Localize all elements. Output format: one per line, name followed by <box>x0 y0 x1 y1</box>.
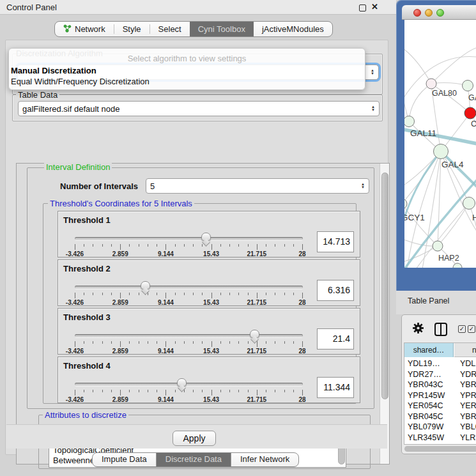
threshold-value-field[interactable]: 14.713 <box>317 231 354 252</box>
cell-name[interactable]: YIL0 <box>454 443 476 445</box>
node-hap2[interactable] <box>433 241 443 251</box>
slider-ticks <box>75 293 303 298</box>
tab-select[interactable]: Select <box>150 22 190 36</box>
mac-zoom-icon[interactable] <box>436 9 444 17</box>
gear-icon[interactable] <box>412 322 424 337</box>
num-intervals-label: Number of Intervals <box>60 181 138 191</box>
table-row[interactable]: YIL052CYIL0 <box>404 441 476 445</box>
cell-shared-name[interactable]: YBR043C <box>404 380 454 389</box>
cell-shared-name[interactable]: YER054C <box>404 401 454 410</box>
dropdown-option-manual[interactable]: Manual Discretization <box>11 66 96 75</box>
mac-minimize-icon[interactable] <box>425 9 433 17</box>
threshold-value-field[interactable]: 11.344 <box>317 377 354 398</box>
vertical-scrollbar-track[interactable] <box>380 164 389 464</box>
float-window-icon[interactable] <box>359 4 366 12</box>
node-partial-ne[interactable] <box>463 81 473 91</box>
apply-button[interactable]: Apply <box>173 431 216 446</box>
table-row[interactable]: YDL19…YDL1 <box>404 357 476 368</box>
control-panel-title: Control Panel <box>6 3 57 12</box>
node-gal11[interactable] <box>404 116 415 127</box>
threshold-value-field[interactable]: 6.316 <box>317 280 354 301</box>
node-partial-bottom[interactable] <box>453 263 462 268</box>
slider-thumb[interactable] <box>141 281 150 289</box>
slider-track[interactable] <box>75 383 303 386</box>
slider-thumb[interactable] <box>250 330 259 338</box>
node-gcy1[interactable] <box>404 199 407 209</box>
tab-infer-network[interactable]: Infer Network <box>231 453 298 466</box>
tab-impute-data[interactable]: Impute Data <box>93 453 157 466</box>
network-window: GAL80 GA C GAL11 GAL4 GCY1 H HAP2 <box>396 0 476 291</box>
cell-name[interactable]: YBL0 <box>454 422 476 431</box>
mac-close-icon[interactable] <box>413 9 421 17</box>
threshold-label: Threshold 2 <box>63 264 111 273</box>
num-intervals-combo[interactable]: 5 ▲▼ <box>146 178 369 194</box>
cell-shared-name[interactable]: YPR145W <box>404 391 454 400</box>
label-gal80: GAL80 <box>432 89 457 98</box>
threshold-value-field[interactable]: 21.4 <box>317 328 354 349</box>
tab-cyni-toolbox[interactable]: Cyni Toolbox <box>190 22 254 36</box>
tab-style[interactable]: Style <box>114 22 150 36</box>
slider-thumb[interactable] <box>177 378 187 387</box>
column-header-name[interactable]: na <box>454 343 476 357</box>
slider-tick-label: 28 <box>298 396 305 403</box>
tab-jactivemnodules[interactable]: jActiveMNodules <box>254 22 332 36</box>
tab-cyni-toolbox-label: Cyni Toolbox <box>198 24 245 34</box>
node-gal4[interactable] <box>434 144 449 159</box>
table-row[interactable]: YDR27…YDR2 <box>404 368 476 379</box>
cell-name[interactable]: YER0 <box>454 401 476 410</box>
horizontal-scrollbar-thumb[interactable] <box>404 446 476 452</box>
num-intervals-value: 5 <box>150 181 358 191</box>
cell-name[interactable]: YBR0 <box>454 380 476 389</box>
close-icon[interactable]: ✕ <box>371 2 378 12</box>
threshold-slider[interactable]: -3.4262.8599.14415.4321.71528 <box>75 378 303 402</box>
node-gal80[interactable] <box>426 79 436 89</box>
column-header-shared-name[interactable]: shared… <box>404 343 454 357</box>
slider-track[interactable] <box>75 334 303 337</box>
table-row[interactable]: YBR043CYBR0 <box>404 378 476 389</box>
cell-name[interactable]: YPR1 <box>454 391 476 400</box>
thresholds-title: Threshold's Coordinates for 5 Intervals <box>48 199 194 208</box>
checkbox-icon[interactable]: ✓ <box>468 325 475 333</box>
cell-shared-name[interactable]: YDL19… <box>404 359 454 368</box>
cell-shared-name[interactable]: YBR045C <box>404 412 454 421</box>
cell-shared-name[interactable]: YDR27… <box>404 370 454 379</box>
combo-spinner-icon: ▲▼ <box>368 69 374 75</box>
cell-name[interactable]: YDL1 <box>454 359 476 368</box>
cell-name[interactable]: YDR2 <box>454 370 476 379</box>
column-layout-icon[interactable] <box>434 323 447 336</box>
slider-track[interactable] <box>75 286 303 289</box>
table-data-combo-value: galFiltered.sif default node <box>22 104 369 114</box>
dropdown-hint: Select algorithm to view settings <box>9 54 365 63</box>
vertical-scrollbar-thumb[interactable] <box>381 173 388 399</box>
checkbox-icon[interactable]: ✓ <box>458 325 466 333</box>
tab-select-label: Select <box>158 24 181 34</box>
table-row[interactable]: YBL079WYBL0 <box>404 420 476 431</box>
cell-shared-name[interactable]: YBL079W <box>404 422 454 431</box>
node-h[interactable] <box>463 197 475 210</box>
slider-track[interactable] <box>75 237 303 240</box>
cell-shared-name[interactable]: YLR345W <box>404 433 454 442</box>
slider-thumb[interactable] <box>201 233 211 241</box>
cell-shared-name[interactable]: YIL052C <box>404 443 454 445</box>
network-canvas[interactable]: GAL80 GA C GAL11 GAL4 GCY1 H HAP2 <box>404 20 476 268</box>
network-window-titlebar[interactable] <box>402 5 476 20</box>
cell-name[interactable]: YBR0 <box>454 412 476 421</box>
screen: Control Panel ✕ Network Style Select Cyn… <box>0 0 476 476</box>
tab-discretize-data[interactable]: Discretize Data <box>157 453 231 466</box>
node-table[interactable]: shared… na YDL19…YDL1YDR27…YDR2YBR043CYB… <box>404 342 476 445</box>
table-data-combo[interactable]: galFiltered.sif default node ▲▼ <box>18 101 380 116</box>
threshold-label: Threshold 1 <box>63 215 111 225</box>
dropdown-option-equal-width[interactable]: Equal Width/Frequency Discretization <box>11 77 150 86</box>
threshold-slider[interactable]: -3.4262.8599.14415.4321.71528 <box>75 280 303 305</box>
table-row[interactable]: YLR345WYLR3 <box>404 431 476 442</box>
node-selected-red[interactable] <box>464 107 476 119</box>
cell-name[interactable]: YLR3 <box>454 433 476 442</box>
threshold-slider[interactable]: -3.4262.8599.14415.4321.71528 <box>75 329 303 353</box>
table-row[interactable]: YBR045CYBR0 <box>404 410 476 421</box>
tab-network[interactable]: Network <box>55 22 114 36</box>
label-partial-red: C <box>471 119 476 128</box>
table-row[interactable]: YER054CYER0 <box>404 399 476 410</box>
network-icon <box>63 24 72 35</box>
table-row[interactable]: YPR145WYPR1 <box>404 389 476 400</box>
threshold-slider[interactable]: -3.4262.8599.14415.4321.71528 <box>75 232 303 256</box>
